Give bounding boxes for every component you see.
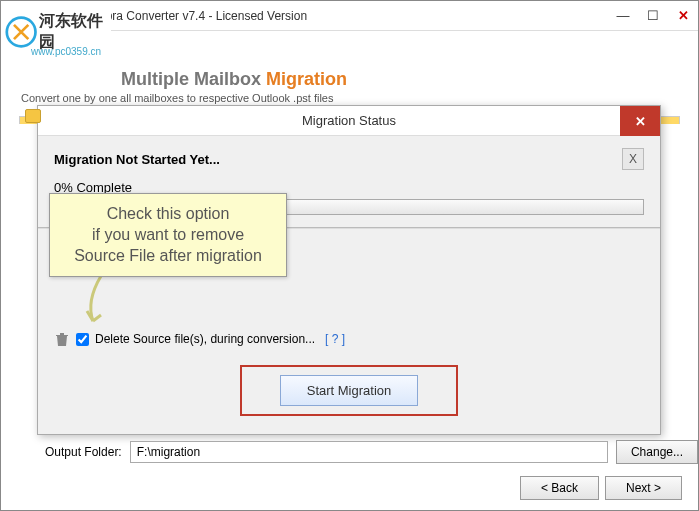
tooltip-callout: Check this option if you want to remove …: [49, 193, 287, 277]
dialog-title: Migration Status: [302, 113, 396, 128]
change-button[interactable]: Change...: [616, 440, 698, 464]
dialog-titlebar: Migration Status ✕: [38, 106, 660, 136]
window-title: SoftSpire Zimbra Converter v7.4 - Licens…: [33, 9, 608, 23]
page-subtitle: Convert one by one all mailboxes to resp…: [21, 92, 678, 104]
logo-sub: www.pc0359.cn: [31, 46, 101, 57]
start-button-highlight: Start Migration: [240, 365, 459, 416]
window-close-button[interactable]: ✕: [668, 5, 698, 27]
back-button[interactable]: < Back: [520, 476, 599, 500]
cancel-button[interactable]: X: [622, 148, 644, 170]
maximize-button[interactable]: ☐: [638, 5, 668, 27]
output-folder-label: Output Folder:: [45, 445, 122, 459]
delete-source-checkbox[interactable]: [76, 333, 89, 346]
dialog-close-button[interactable]: ✕: [620, 106, 660, 136]
help-link[interactable]: [ ? ]: [325, 332, 345, 346]
delete-source-label: Delete Source file(s), during conversion…: [95, 332, 315, 346]
folder-icon: [25, 109, 41, 123]
page-title: Multiple Mailbox Migration: [121, 69, 678, 90]
minimize-button[interactable]: —: [608, 5, 638, 27]
wizard-nav: < Back Next >: [520, 476, 682, 500]
watermark-logo: 河东软件园 www.pc0359.cn: [1, 1, 111, 63]
migration-status-text: Migration Not Started Yet...: [54, 152, 220, 167]
next-button[interactable]: Next >: [605, 476, 682, 500]
output-folder-input[interactable]: [130, 441, 608, 463]
callout-arrow-icon: [81, 271, 121, 331]
output-folder-row: Output Folder: Change...: [45, 440, 698, 464]
start-migration-button[interactable]: Start Migration: [280, 375, 419, 406]
trash-icon: [54, 331, 70, 347]
